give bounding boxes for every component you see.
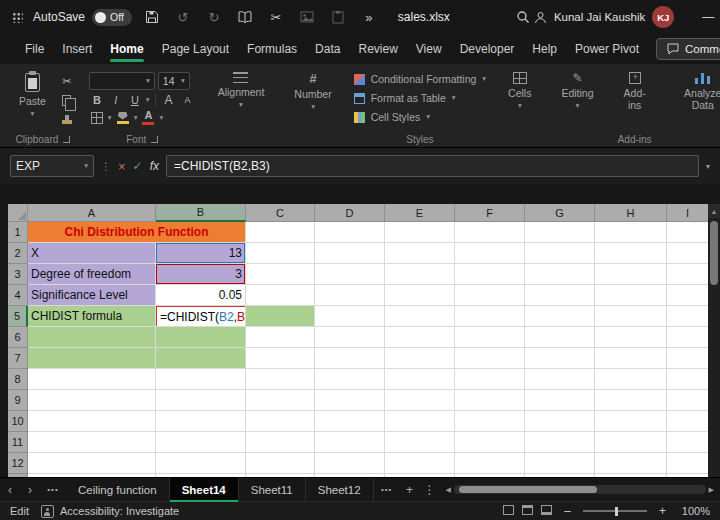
column-header-b[interactable]: B	[156, 204, 246, 222]
cell[interactable]	[455, 327, 525, 348]
row-header-11[interactable]: 11	[8, 432, 28, 453]
cell[interactable]	[595, 264, 667, 285]
cell[interactable]	[667, 453, 708, 474]
menu-item-data[interactable]: Data	[306, 34, 349, 64]
cell[interactable]	[667, 411, 708, 432]
cell[interactable]	[385, 369, 455, 390]
cell[interactable]	[28, 453, 156, 474]
cell[interactable]	[385, 390, 455, 411]
minimize-button[interactable]: —	[690, 0, 720, 34]
cell[interactable]	[455, 453, 525, 474]
menu-item-page-layout[interactable]: Page Layout	[153, 34, 238, 64]
cell[interactable]	[315, 390, 385, 411]
cell-b7[interactable]	[156, 348, 246, 369]
row-header-2[interactable]: 2	[8, 243, 28, 264]
cell[interactable]	[667, 369, 708, 390]
cell[interactable]	[385, 264, 455, 285]
insert-function-button[interactable]: fx	[150, 159, 159, 173]
new-sheet-button[interactable]: +	[400, 483, 420, 497]
select-all-button[interactable]	[8, 204, 28, 222]
row-header-5[interactable]: 5	[8, 306, 28, 327]
cell-b3[interactable]: 3	[156, 264, 246, 285]
copy-button[interactable]	[59, 93, 75, 107]
cell-b4[interactable]: 0.05	[156, 285, 246, 306]
cell[interactable]	[246, 285, 315, 306]
cell[interactable]	[455, 285, 525, 306]
cell[interactable]	[525, 411, 595, 432]
cells-button[interactable]: Cells▾	[500, 66, 539, 110]
cell[interactable]	[455, 348, 525, 369]
menu-item-home[interactable]: Home	[101, 34, 152, 64]
underline-button[interactable]: U	[127, 93, 143, 107]
font-name-combo[interactable]: ▾	[89, 72, 155, 90]
scroll-up-button[interactable]: ▲	[708, 204, 720, 218]
cell-a5[interactable]: CHIDIST formula	[28, 306, 156, 327]
cell[interactable]	[595, 411, 667, 432]
cell[interactable]	[525, 348, 595, 369]
cell[interactable]	[667, 432, 708, 453]
cell[interactable]	[667, 327, 708, 348]
zoom-slider[interactable]	[583, 510, 647, 512]
cancel-entry-button[interactable]: ×	[118, 159, 126, 174]
app-launcher-icon[interactable]	[12, 12, 23, 23]
document-title[interactable]: sales.xlsx	[398, 10, 450, 24]
row-header-7[interactable]: 7	[8, 348, 28, 369]
cell[interactable]	[525, 369, 595, 390]
sheet-list-button[interactable]: •••	[40, 485, 66, 494]
cell[interactable]	[525, 327, 595, 348]
cell[interactable]	[525, 306, 595, 327]
accessibility-checker-button[interactable]: Accessibility: Investigate	[41, 505, 179, 518]
cell-a2[interactable]: X	[28, 243, 156, 264]
tab-sheet12[interactable]: Sheet12	[306, 478, 374, 502]
cell[interactable]	[595, 348, 667, 369]
cell[interactable]	[595, 306, 667, 327]
cell-b5-edit-box[interactable]: =CHIDIST(B2,B3)	[156, 306, 246, 327]
cell[interactable]	[667, 222, 708, 243]
cell[interactable]	[385, 411, 455, 432]
cell-b6[interactable]	[156, 327, 246, 348]
column-header-i[interactable]: I	[667, 204, 708, 222]
cell[interactable]	[246, 390, 315, 411]
column-header-a[interactable]: A	[28, 204, 156, 222]
tab-ceiling-function[interactable]: Ceiling function	[66, 478, 170, 502]
search-button[interactable]	[512, 5, 534, 29]
cut-button-qat[interactable]: ✂	[265, 5, 287, 29]
autosave-toggle[interactable]: Off	[92, 9, 132, 26]
cell[interactable]	[246, 453, 315, 474]
page-break-view-button[interactable]	[541, 505, 552, 517]
cell[interactable]	[455, 411, 525, 432]
cell[interactable]	[385, 285, 455, 306]
comments-button[interactable]: Comments	[656, 38, 720, 60]
row-header-4[interactable]: 4	[8, 285, 28, 306]
cell[interactable]	[246, 369, 315, 390]
cell-b5[interactable]: =CHIDIST(B2,B3)	[156, 306, 246, 327]
cell[interactable]	[315, 222, 385, 243]
vertical-scrollbar[interactable]: ▲	[708, 204, 720, 477]
menu-item-view[interactable]: View	[407, 34, 451, 64]
cell-a7[interactable]	[28, 348, 156, 369]
menu-item-insert[interactable]: Insert	[53, 34, 101, 64]
font-color-button[interactable]: A	[140, 110, 156, 125]
cell[interactable]	[28, 369, 156, 390]
tab-options-button[interactable]: ⋮	[420, 483, 440, 497]
cell[interactable]	[385, 327, 455, 348]
cell[interactable]	[595, 432, 667, 453]
vscroll-thumb[interactable]	[710, 221, 718, 285]
more-sheets-button[interactable]: •••	[374, 485, 400, 494]
menu-item-review[interactable]: Review	[349, 34, 406, 64]
cell[interactable]	[315, 243, 385, 264]
horizontal-scrollbar[interactable]: ◀ ▶	[440, 485, 720, 494]
format-as-table-button[interactable]: Format as Table▾	[354, 90, 456, 106]
cell-a1-title[interactable]: Chi Distribution Function	[28, 222, 246, 243]
redo-button[interactable]: ↻	[203, 5, 225, 29]
cell[interactable]	[455, 222, 525, 243]
cell-a4[interactable]: Significance Level	[28, 285, 156, 306]
sheet-nav-left-button[interactable]: ‹	[0, 483, 20, 497]
cut-button[interactable]: ✂	[59, 74, 75, 88]
picture-button[interactable]	[296, 5, 318, 29]
cell[interactable]	[385, 453, 455, 474]
cell[interactable]	[455, 243, 525, 264]
cell[interactable]	[525, 243, 595, 264]
undo-button[interactable]: ↺	[172, 5, 194, 29]
bold-button[interactable]: B	[89, 93, 105, 107]
